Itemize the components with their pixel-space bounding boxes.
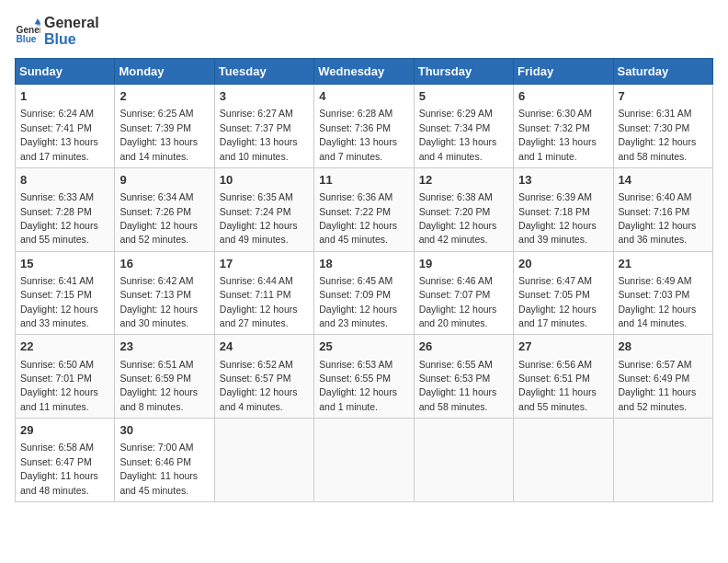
calendar-cell: 13 Sunrise: 6:39 AMSunset: 7:18 PMDaylig… — [514, 167, 613, 251]
logo-line2: Blue — [44, 31, 99, 48]
day-info: Sunrise: 6:28 AMSunset: 7:36 PMDaylight:… — [319, 108, 397, 161]
calendar-cell: 17 Sunrise: 6:44 AMSunset: 7:11 PMDaylig… — [214, 251, 313, 335]
day-info: Sunrise: 6:35 AMSunset: 7:24 PMDaylight:… — [220, 191, 298, 245]
calendar-body: 1 Sunrise: 6:24 AMSunset: 7:41 PMDayligh… — [16, 85, 713, 502]
day-number: 22 — [20, 339, 109, 355]
weekday-header-tuesday: Tuesday — [214, 59, 313, 85]
day-number: 30 — [119, 422, 209, 439]
day-info: Sunrise: 6:41 AMSunset: 7:15 PMDaylight:… — [20, 275, 98, 328]
calendar-cell: 3 Sunrise: 6:27 AMSunset: 7:37 PMDayligh… — [214, 85, 313, 168]
day-info: Sunrise: 6:25 AMSunset: 7:39 PMDaylight:… — [119, 108, 198, 161]
calendar-cell — [514, 419, 613, 502]
calendar-cell: 8 Sunrise: 6:33 AMSunset: 7:28 PMDayligh… — [16, 167, 115, 251]
calendar-week-3: 15 Sunrise: 6:41 AMSunset: 7:15 PMDaylig… — [16, 251, 713, 335]
day-number: 7 — [619, 88, 708, 105]
calendar-header: SundayMondayTuesdayWednesdayThursdayFrid… — [16, 59, 713, 85]
day-number: 2 — [119, 88, 209, 105]
calendar-cell: 26 Sunrise: 6:55 AMSunset: 6:53 PMDaylig… — [414, 335, 513, 419]
weekday-header-sunday: Sunday — [16, 59, 115, 85]
calendar-cell: 16 Sunrise: 6:42 AMSunset: 7:13 PMDaylig… — [115, 251, 214, 335]
calendar-cell: 11 Sunrise: 6:36 AMSunset: 7:22 PMDaylig… — [314, 167, 414, 251]
calendar-cell: 24 Sunrise: 6:52 AMSunset: 6:57 PMDaylig… — [214, 335, 313, 419]
day-number: 3 — [220, 88, 309, 105]
calendar-cell: 4 Sunrise: 6:28 AMSunset: 7:36 PMDayligh… — [314, 85, 414, 168]
calendar-cell: 1 Sunrise: 6:24 AMSunset: 7:41 PMDayligh… — [16, 85, 115, 168]
day-info: Sunrise: 6:31 AMSunset: 7:30 PMDaylight:… — [619, 108, 697, 161]
calendar-cell: 10 Sunrise: 6:35 AMSunset: 7:24 PMDaylig… — [214, 167, 313, 251]
day-number: 26 — [419, 339, 508, 355]
calendar-cell — [214, 419, 313, 502]
day-number: 29 — [20, 422, 109, 439]
day-info: Sunrise: 6:29 AMSunset: 7:34 PMDaylight:… — [419, 108, 497, 161]
day-info: Sunrise: 6:27 AMSunset: 7:37 PMDaylight:… — [220, 108, 298, 161]
day-info: Sunrise: 6:42 AMSunset: 7:13 PMDaylight:… — [119, 275, 198, 328]
calendar-cell: 9 Sunrise: 6:34 AMSunset: 7:26 PMDayligh… — [115, 167, 214, 251]
day-number: 14 — [619, 172, 708, 189]
day-number: 9 — [119, 172, 209, 189]
page-header: General Blue General Blue — [15, 15, 713, 47]
day-number: 11 — [319, 172, 408, 189]
calendar-cell: 27 Sunrise: 6:56 AMSunset: 6:51 PMDaylig… — [514, 335, 613, 419]
calendar-week-2: 8 Sunrise: 6:33 AMSunset: 7:28 PMDayligh… — [16, 167, 713, 251]
day-number: 8 — [20, 172, 109, 189]
day-number: 17 — [220, 256, 309, 272]
day-number: 19 — [419, 256, 508, 272]
day-info: Sunrise: 6:52 AMSunset: 6:57 PMDaylight:… — [220, 359, 298, 412]
calendar-cell: 29 Sunrise: 6:58 AMSunset: 6:47 PMDaylig… — [16, 419, 115, 502]
svg-text:Blue: Blue — [17, 33, 37, 43]
weekday-header-monday: Monday — [115, 59, 214, 85]
calendar-cell: 20 Sunrise: 6:47 AMSunset: 7:05 PMDaylig… — [514, 251, 613, 335]
day-info: Sunrise: 6:46 AMSunset: 7:07 PMDaylight:… — [419, 275, 497, 328]
day-info: Sunrise: 6:33 AMSunset: 7:28 PMDaylight:… — [20, 191, 98, 245]
day-number: 15 — [20, 256, 109, 272]
day-info: Sunrise: 6:45 AMSunset: 7:09 PMDaylight:… — [319, 275, 397, 328]
calendar-cell: 18 Sunrise: 6:45 AMSunset: 7:09 PMDaylig… — [314, 251, 414, 335]
day-info: Sunrise: 6:55 AMSunset: 6:53 PMDaylight:… — [419, 359, 497, 412]
day-info: Sunrise: 6:49 AMSunset: 7:03 PMDaylight:… — [619, 275, 697, 328]
calendar-week-5: 29 Sunrise: 6:58 AMSunset: 6:47 PMDaylig… — [16, 419, 713, 502]
logo-line1: General — [44, 15, 99, 31]
day-info: Sunrise: 6:58 AMSunset: 6:47 PMDaylight:… — [20, 442, 98, 495]
calendar-cell: 30 Sunrise: 7:00 AMSunset: 6:46 PMDaylig… — [115, 419, 214, 502]
day-info: Sunrise: 6:39 AMSunset: 7:18 PMDaylight:… — [518, 191, 597, 245]
calendar-cell: 22 Sunrise: 6:50 AMSunset: 7:01 PMDaylig… — [16, 335, 115, 419]
calendar-cell: 23 Sunrise: 6:51 AMSunset: 6:59 PMDaylig… — [115, 335, 214, 419]
day-info: Sunrise: 6:47 AMSunset: 7:05 PMDaylight:… — [518, 275, 597, 328]
day-number: 1 — [20, 88, 109, 105]
calendar-table: SundayMondayTuesdayWednesdayThursdayFrid… — [15, 58, 713, 502]
day-number: 18 — [319, 256, 408, 272]
day-number: 16 — [119, 256, 209, 272]
weekday-header-saturday: Saturday — [613, 59, 712, 85]
day-info: Sunrise: 6:30 AMSunset: 7:32 PMDaylight:… — [518, 108, 597, 161]
calendar-cell: 14 Sunrise: 6:40 AMSunset: 7:16 PMDaylig… — [613, 167, 712, 251]
calendar-week-1: 1 Sunrise: 6:24 AMSunset: 7:41 PMDayligh… — [16, 85, 713, 168]
day-number: 28 — [619, 339, 708, 355]
day-number: 4 — [319, 88, 408, 105]
day-info: Sunrise: 6:36 AMSunset: 7:22 PMDaylight:… — [319, 191, 397, 245]
calendar-cell: 7 Sunrise: 6:31 AMSunset: 7:30 PMDayligh… — [613, 85, 712, 168]
day-number: 23 — [119, 339, 209, 355]
calendar-cell: 19 Sunrise: 6:46 AMSunset: 7:07 PMDaylig… — [414, 251, 513, 335]
day-info: Sunrise: 6:34 AMSunset: 7:26 PMDaylight:… — [119, 191, 198, 245]
calendar-cell: 5 Sunrise: 6:29 AMSunset: 7:34 PMDayligh… — [414, 85, 513, 168]
day-info: Sunrise: 6:56 AMSunset: 6:51 PMDaylight:… — [518, 359, 597, 412]
calendar-cell: 25 Sunrise: 6:53 AMSunset: 6:55 PMDaylig… — [314, 335, 414, 419]
weekday-header-wednesday: Wednesday — [314, 59, 414, 85]
weekday-header-friday: Friday — [514, 59, 613, 85]
day-info: Sunrise: 6:50 AMSunset: 7:01 PMDaylight:… — [20, 359, 98, 412]
day-number: 5 — [419, 88, 508, 105]
day-number: 10 — [220, 172, 309, 189]
day-number: 24 — [220, 339, 309, 355]
day-number: 12 — [419, 172, 508, 189]
calendar-cell — [414, 419, 513, 502]
calendar-cell: 6 Sunrise: 6:30 AMSunset: 7:32 PMDayligh… — [514, 85, 613, 168]
calendar-cell: 28 Sunrise: 6:57 AMSunset: 6:49 PMDaylig… — [613, 335, 712, 419]
day-info: Sunrise: 6:51 AMSunset: 6:59 PMDaylight:… — [119, 359, 198, 412]
calendar-cell: 12 Sunrise: 6:38 AMSunset: 7:20 PMDaylig… — [414, 167, 513, 251]
calendar-cell: 2 Sunrise: 6:25 AMSunset: 7:39 PMDayligh… — [115, 85, 214, 168]
day-number: 25 — [319, 339, 408, 355]
day-number: 6 — [518, 88, 608, 105]
day-info: Sunrise: 6:44 AMSunset: 7:11 PMDaylight:… — [220, 275, 298, 328]
day-info: Sunrise: 6:38 AMSunset: 7:20 PMDaylight:… — [419, 191, 497, 245]
day-info: Sunrise: 6:57 AMSunset: 6:49 PMDaylight:… — [619, 359, 697, 412]
